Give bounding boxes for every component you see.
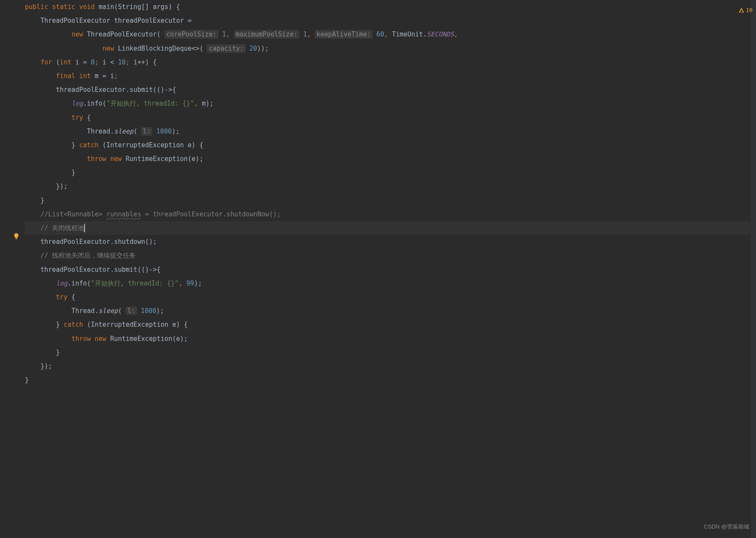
comma: , xyxy=(307,30,311,38)
comma: , xyxy=(454,30,458,38)
string: "开始执行, threadId: {}" xyxy=(91,280,179,287)
method-info: .info( xyxy=(83,100,106,107)
comment: // 线程池关闭后，继续提交任务 xyxy=(40,252,136,259)
comment: // 关闭线程池 xyxy=(40,224,84,232)
text: ( xyxy=(56,58,60,66)
text: ++) { xyxy=(137,58,157,66)
keyword-throw: throw xyxy=(87,155,106,163)
method-call: threadPoolExecutor.submit(()->{ xyxy=(40,266,161,274)
paren: ); xyxy=(172,128,179,135)
param-hint: maximumPoolSize: xyxy=(234,30,300,39)
params: (InterruptedException e) { xyxy=(83,321,188,328)
string: "开始执行, threadId: {}" xyxy=(106,100,194,107)
brace: }); xyxy=(40,362,52,370)
enum-const: SECONDS xyxy=(427,30,454,38)
paren: ( xyxy=(118,307,126,315)
brace: }); xyxy=(56,182,67,190)
warning-icon xyxy=(738,7,744,13)
param-hint: capacity: xyxy=(207,44,245,53)
code-editor[interactable]: public static void main(String[] args) {… xyxy=(0,0,756,538)
code-content[interactable]: public static void main(String[] args) {… xyxy=(21,0,756,538)
ctor: RuntimeException(e); xyxy=(126,155,203,163)
watermark: CSDN @雪落南城 xyxy=(704,520,749,534)
var-i: i xyxy=(110,72,114,80)
keyword-new: new xyxy=(95,335,106,343)
gutter xyxy=(0,0,21,538)
paren: ); xyxy=(194,280,202,287)
brace: { xyxy=(67,293,75,301)
paren: ); xyxy=(206,100,213,107)
paren-close: )); xyxy=(257,45,269,52)
paren: ); xyxy=(156,307,164,315)
keyword-int: int xyxy=(79,72,91,80)
keyword-new: new xyxy=(110,155,122,163)
ctor: RuntimeException(e); xyxy=(110,335,188,343)
comment-wavy: runnables xyxy=(106,210,141,218)
literal: 60 xyxy=(376,30,384,38)
brace: } xyxy=(71,141,79,149)
field-log: log xyxy=(56,280,67,287)
literal: 0 xyxy=(91,58,95,66)
keyword-catch: catch xyxy=(64,321,83,328)
text: < xyxy=(106,58,118,66)
comma: , xyxy=(384,30,388,38)
var-i: i xyxy=(134,58,137,67)
var-i: i xyxy=(103,58,106,67)
brace: } xyxy=(40,197,44,204)
var-m: m = xyxy=(95,72,110,80)
comment: //List<Runnable> xyxy=(40,210,106,218)
var-decl: ThreadPoolExecutor threadPoolExecutor = xyxy=(40,17,191,24)
class-ref: Thread. xyxy=(87,128,114,135)
literal: 1 xyxy=(222,30,226,38)
ctor: ThreadPoolExecutor xyxy=(87,30,157,38)
keyword-final: final xyxy=(56,72,75,80)
keyword-new: new xyxy=(71,30,83,38)
param-hint: corePoolSize: xyxy=(164,30,218,39)
keyword-int: int xyxy=(60,58,71,66)
class-ref: TimeUnit. xyxy=(392,30,427,38)
comma: , xyxy=(226,30,230,38)
literal: 1 xyxy=(303,30,307,38)
scrollbar[interactable] xyxy=(751,0,756,538)
text: ; xyxy=(126,58,134,66)
warning-badge[interactable]: 10 xyxy=(738,3,753,17)
literal: 1000 xyxy=(141,307,156,315)
keyword-try: try xyxy=(56,293,67,301)
caret xyxy=(84,224,85,232)
param-hint: keepAliveTime: xyxy=(315,30,372,39)
static-method: sleep xyxy=(114,128,134,135)
text: ; xyxy=(95,58,103,66)
method-call: threadPoolExecutor.shutdown(); xyxy=(40,238,157,246)
param-hint: l: xyxy=(126,307,137,315)
brace: { xyxy=(83,114,91,122)
literal: 20 xyxy=(249,45,257,52)
class-ref: Thread. xyxy=(71,307,98,315)
keyword-void: void xyxy=(79,3,94,11)
keyword-try: try xyxy=(71,114,83,122)
brace: } xyxy=(56,349,60,356)
brace: } xyxy=(56,321,64,328)
keyword-for: for xyxy=(40,58,52,66)
keyword-static: static xyxy=(52,3,75,11)
method-name: main xyxy=(99,3,114,11)
var-m: m xyxy=(202,100,206,108)
keyword-new: new xyxy=(103,45,114,52)
keyword-public: public xyxy=(25,3,48,11)
field-log: log xyxy=(71,100,83,107)
params: (String[] args) { xyxy=(114,3,180,11)
static-method: sleep xyxy=(99,307,118,315)
warning-count: 10 xyxy=(746,3,753,17)
comment: = threadPoolExecutor.shutdownNow(); xyxy=(141,210,281,218)
literal: 99 xyxy=(186,280,194,287)
literal: 1000 xyxy=(156,128,172,135)
brace: } xyxy=(71,169,75,176)
ctor: LinkedBlockingDeque<>( xyxy=(118,45,203,52)
literal: 10 xyxy=(118,58,126,66)
comma: , xyxy=(194,100,202,107)
method-info: .info( xyxy=(67,280,91,287)
intention-bulb-icon[interactable] xyxy=(13,231,20,244)
param-hint: l: xyxy=(141,127,152,136)
semicolon: ; xyxy=(114,72,118,80)
paren: ( xyxy=(134,128,141,135)
brace: } xyxy=(25,376,29,384)
